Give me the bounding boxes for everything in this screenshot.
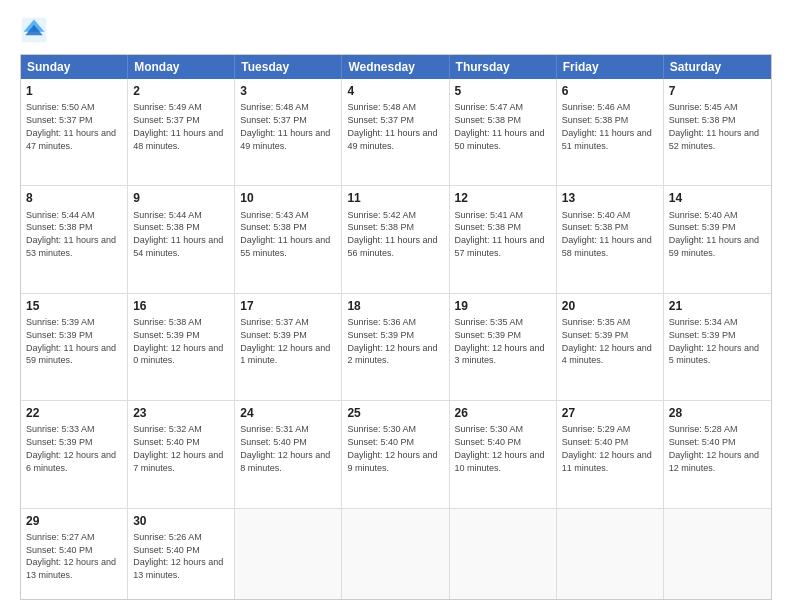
day-number: 15 (26, 298, 122, 314)
calendar-day: 11Sunrise: 5:42 AMSunset: 5:38 PMDayligh… (342, 186, 449, 292)
day-info: Sunrise: 5:40 AMSunset: 5:38 PMDaylight:… (562, 210, 652, 258)
day-number: 28 (669, 405, 766, 421)
header (20, 16, 772, 44)
calendar-week: 8Sunrise: 5:44 AMSunset: 5:38 PMDaylight… (21, 186, 771, 293)
day-number: 3 (240, 83, 336, 99)
calendar-day: 9Sunrise: 5:44 AMSunset: 5:38 PMDaylight… (128, 186, 235, 292)
day-info: Sunrise: 5:26 AMSunset: 5:40 PMDaylight:… (133, 532, 223, 580)
calendar-header-cell: Monday (128, 55, 235, 79)
calendar-day: 15Sunrise: 5:39 AMSunset: 5:39 PMDayligh… (21, 294, 128, 400)
day-info: Sunrise: 5:37 AMSunset: 5:39 PMDaylight:… (240, 317, 330, 365)
day-info: Sunrise: 5:40 AMSunset: 5:39 PMDaylight:… (669, 210, 759, 258)
day-number: 27 (562, 405, 658, 421)
day-info: Sunrise: 5:46 AMSunset: 5:38 PMDaylight:… (562, 102, 652, 150)
day-info: Sunrise: 5:38 AMSunset: 5:39 PMDaylight:… (133, 317, 223, 365)
day-number: 6 (562, 83, 658, 99)
calendar-day: 14Sunrise: 5:40 AMSunset: 5:39 PMDayligh… (664, 186, 771, 292)
calendar-empty-cell (664, 509, 771, 599)
calendar-empty-cell (450, 509, 557, 599)
calendar-day: 10Sunrise: 5:43 AMSunset: 5:38 PMDayligh… (235, 186, 342, 292)
day-number: 24 (240, 405, 336, 421)
calendar-day: 23Sunrise: 5:32 AMSunset: 5:40 PMDayligh… (128, 401, 235, 507)
day-info: Sunrise: 5:30 AMSunset: 5:40 PMDaylight:… (347, 424, 437, 472)
calendar-header: SundayMondayTuesdayWednesdayThursdayFrid… (21, 55, 771, 79)
calendar-day: 20Sunrise: 5:35 AMSunset: 5:39 PMDayligh… (557, 294, 664, 400)
day-info: Sunrise: 5:33 AMSunset: 5:39 PMDaylight:… (26, 424, 116, 472)
calendar-day: 24Sunrise: 5:31 AMSunset: 5:40 PMDayligh… (235, 401, 342, 507)
day-info: Sunrise: 5:44 AMSunset: 5:38 PMDaylight:… (26, 210, 116, 258)
calendar-day: 16Sunrise: 5:38 AMSunset: 5:39 PMDayligh… (128, 294, 235, 400)
calendar-day: 27Sunrise: 5:29 AMSunset: 5:40 PMDayligh… (557, 401, 664, 507)
day-number: 1 (26, 83, 122, 99)
day-number: 4 (347, 83, 443, 99)
logo-icon (20, 16, 48, 44)
calendar-header-cell: Wednesday (342, 55, 449, 79)
calendar-day: 26Sunrise: 5:30 AMSunset: 5:40 PMDayligh… (450, 401, 557, 507)
day-info: Sunrise: 5:50 AMSunset: 5:37 PMDaylight:… (26, 102, 116, 150)
page: SundayMondayTuesdayWednesdayThursdayFrid… (0, 0, 792, 612)
calendar-day: 12Sunrise: 5:41 AMSunset: 5:38 PMDayligh… (450, 186, 557, 292)
day-info: Sunrise: 5:36 AMSunset: 5:39 PMDaylight:… (347, 317, 437, 365)
day-info: Sunrise: 5:35 AMSunset: 5:39 PMDaylight:… (562, 317, 652, 365)
day-number: 20 (562, 298, 658, 314)
day-info: Sunrise: 5:43 AMSunset: 5:38 PMDaylight:… (240, 210, 330, 258)
calendar-empty-cell (557, 509, 664, 599)
calendar-day: 22Sunrise: 5:33 AMSunset: 5:39 PMDayligh… (21, 401, 128, 507)
day-info: Sunrise: 5:28 AMSunset: 5:40 PMDaylight:… (669, 424, 759, 472)
calendar-header-cell: Thursday (450, 55, 557, 79)
calendar-day: 29Sunrise: 5:27 AMSunset: 5:40 PMDayligh… (21, 509, 128, 599)
calendar-day: 2Sunrise: 5:49 AMSunset: 5:37 PMDaylight… (128, 79, 235, 185)
day-info: Sunrise: 5:35 AMSunset: 5:39 PMDaylight:… (455, 317, 545, 365)
day-number: 18 (347, 298, 443, 314)
calendar-header-cell: Friday (557, 55, 664, 79)
calendar-body: 1Sunrise: 5:50 AMSunset: 5:37 PMDaylight… (21, 79, 771, 599)
calendar-day: 30Sunrise: 5:26 AMSunset: 5:40 PMDayligh… (128, 509, 235, 599)
day-number: 11 (347, 190, 443, 206)
calendar-header-cell: Tuesday (235, 55, 342, 79)
day-info: Sunrise: 5:39 AMSunset: 5:39 PMDaylight:… (26, 317, 116, 365)
day-number: 2 (133, 83, 229, 99)
day-info: Sunrise: 5:29 AMSunset: 5:40 PMDaylight:… (562, 424, 652, 472)
calendar-day: 4Sunrise: 5:48 AMSunset: 5:37 PMDaylight… (342, 79, 449, 185)
calendar-day: 6Sunrise: 5:46 AMSunset: 5:38 PMDaylight… (557, 79, 664, 185)
day-number: 23 (133, 405, 229, 421)
day-number: 9 (133, 190, 229, 206)
calendar-header-cell: Sunday (21, 55, 128, 79)
calendar-day: 25Sunrise: 5:30 AMSunset: 5:40 PMDayligh… (342, 401, 449, 507)
day-number: 21 (669, 298, 766, 314)
calendar-day: 21Sunrise: 5:34 AMSunset: 5:39 PMDayligh… (664, 294, 771, 400)
day-info: Sunrise: 5:47 AMSunset: 5:38 PMDaylight:… (455, 102, 545, 150)
calendar-day: 7Sunrise: 5:45 AMSunset: 5:38 PMDaylight… (664, 79, 771, 185)
day-info: Sunrise: 5:41 AMSunset: 5:38 PMDaylight:… (455, 210, 545, 258)
calendar-week: 1Sunrise: 5:50 AMSunset: 5:37 PMDaylight… (21, 79, 771, 186)
day-number: 14 (669, 190, 766, 206)
day-info: Sunrise: 5:27 AMSunset: 5:40 PMDaylight:… (26, 532, 116, 580)
day-info: Sunrise: 5:45 AMSunset: 5:38 PMDaylight:… (669, 102, 759, 150)
calendar: SundayMondayTuesdayWednesdayThursdayFrid… (20, 54, 772, 600)
day-number: 8 (26, 190, 122, 206)
day-info: Sunrise: 5:44 AMSunset: 5:38 PMDaylight:… (133, 210, 223, 258)
day-info: Sunrise: 5:48 AMSunset: 5:37 PMDaylight:… (347, 102, 437, 150)
calendar-day: 17Sunrise: 5:37 AMSunset: 5:39 PMDayligh… (235, 294, 342, 400)
day-number: 26 (455, 405, 551, 421)
day-number: 5 (455, 83, 551, 99)
calendar-day: 28Sunrise: 5:28 AMSunset: 5:40 PMDayligh… (664, 401, 771, 507)
calendar-day: 1Sunrise: 5:50 AMSunset: 5:37 PMDaylight… (21, 79, 128, 185)
day-number: 25 (347, 405, 443, 421)
calendar-day: 13Sunrise: 5:40 AMSunset: 5:38 PMDayligh… (557, 186, 664, 292)
day-number: 19 (455, 298, 551, 314)
day-info: Sunrise: 5:30 AMSunset: 5:40 PMDaylight:… (455, 424, 545, 472)
day-number: 30 (133, 513, 229, 529)
day-number: 22 (26, 405, 122, 421)
calendar-header-cell: Saturday (664, 55, 771, 79)
day-number: 12 (455, 190, 551, 206)
calendar-day: 18Sunrise: 5:36 AMSunset: 5:39 PMDayligh… (342, 294, 449, 400)
day-number: 10 (240, 190, 336, 206)
calendar-day: 3Sunrise: 5:48 AMSunset: 5:37 PMDaylight… (235, 79, 342, 185)
day-info: Sunrise: 5:34 AMSunset: 5:39 PMDaylight:… (669, 317, 759, 365)
calendar-week: 29Sunrise: 5:27 AMSunset: 5:40 PMDayligh… (21, 509, 771, 599)
calendar-day: 8Sunrise: 5:44 AMSunset: 5:38 PMDaylight… (21, 186, 128, 292)
calendar-empty-cell (235, 509, 342, 599)
calendar-empty-cell (342, 509, 449, 599)
logo (20, 16, 52, 44)
